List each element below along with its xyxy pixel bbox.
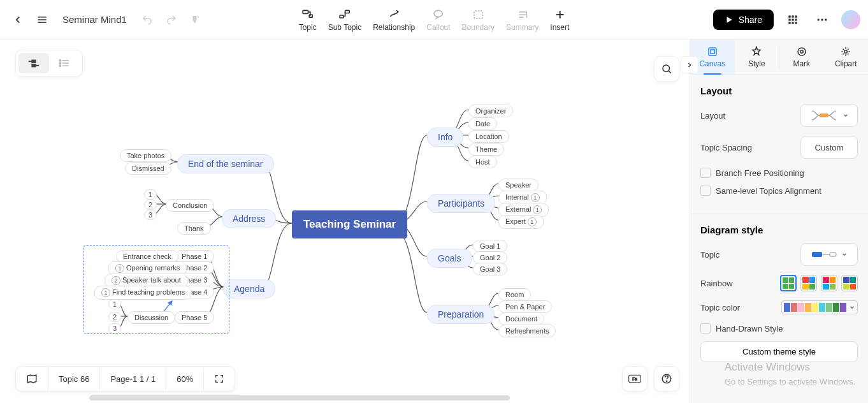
tab-style[interactable]: Style [735,40,779,75]
rainbow-opt-2[interactable] [800,275,817,291]
layout-panel: Layout Layout Topic Spacing Custom Branc… [690,75,868,214]
diagram-title: Diagram style [700,224,858,235]
topic-count[interactable]: Topic 66 [48,368,100,390]
canvas[interactable]: Teaching Seminar Info Participants Goals… [0,40,690,403]
node-address[interactable]: Address [222,209,276,228]
node-sub[interactable]: Goal 2 [473,251,507,264]
svg-text:Fn: Fn [632,377,637,381]
format-paint-icon[interactable] [185,10,206,30]
node-sub[interactable]: Speaker [498,179,539,191]
fn-button[interactable]: Fn [622,366,647,392]
page-indicator[interactable]: Page-1 1 / 1 [100,368,166,390]
node-sub[interactable]: Date [468,117,497,130]
map-icon[interactable] [16,367,48,391]
redo-icon[interactable] [161,10,182,30]
outline-view-icon[interactable] [49,53,80,73]
node-root[interactable]: Teaching Seminar [292,210,407,238]
node-sub[interactable]: Document [498,312,544,325]
node-end[interactable]: End of the seminar [177,154,274,173]
svg-rect-22 [792,22,793,24]
scrollbar[interactable] [89,395,510,400]
tab-mark[interactable]: Mark [779,40,824,75]
rainbow-opt-3[interactable] [821,275,837,291]
spacing-label: Topic Spacing [700,143,752,152]
rainbow-opt-4[interactable] [841,275,858,291]
node-preparation[interactable]: Preparation [427,305,495,324]
help-icon[interactable] [654,366,679,392]
custom-theme-button[interactable]: Custom theme style [700,341,858,362]
tb-callout: Callout [426,8,450,32]
svg-rect-28 [32,64,36,67]
rainbow-options[interactable] [780,275,858,291]
svg-rect-21 [788,22,790,24]
undo-icon[interactable] [137,10,157,30]
node-sub[interactable]: Phase 1 [175,250,214,263]
node-sub[interactable]: Pen & Paper [498,300,552,313]
zoom-level[interactable]: 60% [166,368,204,390]
topic-color-select[interactable] [781,300,858,314]
rainbow-opt-1[interactable] [780,275,797,291]
node-sub[interactable]: 1Find teaching problems [94,286,192,300]
node-sub[interactable]: Goal 3 [473,263,507,275]
svg-rect-18 [788,18,790,20]
spacing-select[interactable]: Custom [800,136,858,159]
node-sub[interactable]: Room [498,288,531,301]
node-sub[interactable]: Location [468,130,509,143]
node-tiny[interactable]: 1 [144,189,157,200]
svg-rect-51 [812,252,822,257]
node-sub[interactable]: Phase 5 [175,311,214,324]
tb-subtopic[interactable]: Sub Topic [328,8,361,32]
tab-clipart[interactable]: Clipart [824,40,869,75]
svg-rect-53 [830,253,836,256]
node-tiny[interactable]: 2 [144,200,157,210]
svg-rect-16 [792,15,793,17]
node-info[interactable]: Info [427,128,463,147]
view-switch[interactable] [15,50,83,77]
menu-icon[interactable] [32,10,52,30]
tb-topic[interactable]: Topic [299,8,317,32]
avatar[interactable] [841,10,860,29]
tb-insert[interactable]: Insert [550,8,569,32]
layout-select[interactable] [800,104,858,127]
node-sub[interactable]: Host [468,156,497,168]
chk-hand-drawn[interactable]: Hand-Drawn Style [700,323,858,333]
node-tiny[interactable]: 1 [108,299,121,309]
mindmap-view-icon[interactable] [18,53,49,73]
node-sub[interactable]: Refreshments [498,325,556,337]
topic-style-select[interactable] [800,243,858,266]
search-icon[interactable] [654,56,679,82]
node-tiny[interactable]: 2 [108,312,121,322]
node-sub[interactable]: Take photos [120,149,171,162]
node-sub[interactable]: Theme [468,143,504,156]
layout-label: Layout [700,111,725,121]
chk-branch-free[interactable]: Branch Free Positioning [700,168,858,178]
node-sub[interactable]: Goal 1 [473,240,507,253]
node-sub[interactable]: Discussion [127,311,175,324]
node-sub[interactable]: Organizer [468,105,513,117]
node-sub[interactable]: Thank [177,222,211,235]
node-sub[interactable]: Expert1 [498,215,544,229]
doc-title[interactable]: Seminar Mind1 [62,14,127,25]
node-participants[interactable]: Participants [427,194,495,213]
tb-relationship[interactable]: Relationship [373,8,415,32]
node-agenda[interactable]: Agenda [223,279,275,298]
back-icon[interactable] [8,10,28,30]
chk-same-level[interactable]: Same-level Topics Alignment [700,186,858,196]
svg-rect-46 [711,50,714,54]
fullscreen-icon[interactable] [204,367,235,390]
node-goals[interactable]: Goals [427,249,472,268]
count-badge: 1 [528,217,537,226]
node-sub[interactable]: Dismissed [125,162,171,175]
more-icon[interactable] [812,10,832,30]
share-button[interactable]: Share [713,10,774,30]
svg-rect-17 [795,15,797,17]
collapse-panel-icon[interactable] [681,56,698,74]
node-tiny[interactable]: 3 [108,323,121,333]
node-sub[interactable]: Entrance check [116,250,178,263]
apps-icon[interactable] [783,10,803,30]
svg-point-24 [818,18,820,20]
node-sub[interactable]: Conclusion [166,199,214,212]
node-tiny[interactable]: 3 [144,210,157,220]
svg-point-33 [59,62,61,64]
svg-point-7 [434,10,442,17]
